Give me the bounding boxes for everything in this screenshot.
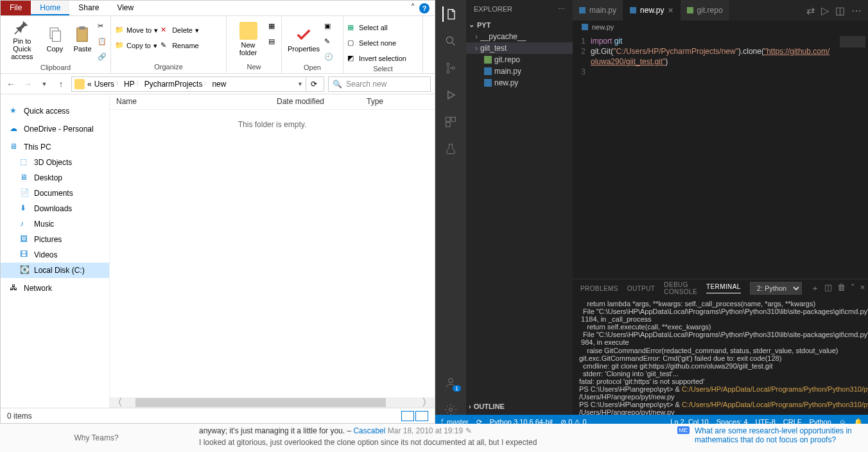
delete-button[interactable]: ✕Delete ▾ xyxy=(161,24,199,37)
terminal-shell-select[interactable]: 2: Python xyxy=(750,282,802,295)
teams-widget[interactable]: Why Teams? xyxy=(0,424,193,452)
new-folder-button[interactable]: New folder xyxy=(230,17,266,61)
run-icon[interactable]: ▷ xyxy=(821,4,829,17)
outline-section[interactable]: ›OUTLINE xyxy=(466,401,573,412)
explorer-icon[interactable] xyxy=(442,6,458,22)
edit-icon[interactable]: ✎ xyxy=(465,426,472,435)
search-input[interactable]: 🔍 Search new xyxy=(328,76,431,92)
account-icon[interactable]: 1 xyxy=(443,375,458,390)
crumb-pycharm[interactable]: PycharmProjects xyxy=(144,80,203,89)
invert-selection-button[interactable]: ◩Invert selection xyxy=(347,52,406,65)
properties-button[interactable]: Properties xyxy=(286,17,322,61)
tree-pycache[interactable]: ›__pycache__ xyxy=(466,31,573,42)
split-editor-icon[interactable]: ◫ xyxy=(835,4,845,17)
nav-local-disk-c[interactable]: 💽Local Disk (C:) xyxy=(1,263,109,278)
nav-pictures[interactable]: 🖼Pictures xyxy=(1,232,109,247)
edit-button[interactable]: ✎ xyxy=(324,35,333,48)
crumb-new[interactable]: new xyxy=(212,80,226,89)
related-question[interactable]: ME What are some research-level opportun… xyxy=(671,424,869,452)
copy-path-button[interactable]: 📋 xyxy=(98,35,107,48)
select-none-button[interactable]: ▢Select none xyxy=(347,37,406,49)
nav-quick-access[interactable]: ★Quick access xyxy=(1,103,109,119)
tab-share[interactable]: Share xyxy=(69,1,108,15)
split-terminal-icon[interactable]: ◫ xyxy=(824,282,832,294)
view-details-icon[interactable] xyxy=(401,411,414,421)
new-item-button[interactable]: ▦ xyxy=(268,20,277,33)
maximize-panel-icon[interactable]: ˄ xyxy=(851,282,855,294)
up-button[interactable]: ↑ xyxy=(55,78,67,91)
more-actions-icon[interactable]: ⋯ xyxy=(851,4,862,17)
file-icon xyxy=(484,56,492,64)
terminal-output[interactable]: return lambda *args, **kwargs: self._cal… xyxy=(573,297,868,424)
paste-button[interactable]: Paste xyxy=(70,17,95,61)
panel-terminal[interactable]: TERMINAL xyxy=(706,283,741,293)
new-terminal-icon[interactable]: ＋ xyxy=(811,282,819,294)
nav-videos[interactable]: 🎞Videos xyxy=(1,247,109,263)
code-editor[interactable]: 123 import git git.Git("C:/Users/HP/Pych… xyxy=(573,33,868,279)
easy-access-button[interactable]: ▤ xyxy=(268,35,277,48)
breadcrumb-dropdown[interactable]: ▼ xyxy=(297,81,303,87)
col-type[interactable]: Type xyxy=(360,94,390,109)
history-button[interactable]: 🕘 xyxy=(324,51,333,64)
kill-terminal-icon[interactable]: 🗑 xyxy=(837,282,846,294)
nav-onedrive[interactable]: ☁OneDrive - Personal xyxy=(1,121,109,137)
nav-downloads[interactable]: ⬇Downloads xyxy=(1,201,109,216)
cut-button[interactable]: ✂ xyxy=(98,20,107,33)
crumb-users[interactable]: Users xyxy=(94,80,114,89)
view-large-icon[interactable] xyxy=(415,411,428,421)
nav-documents[interactable]: 📄Documents xyxy=(1,186,109,201)
folder-root[interactable]: ⌄PYT xyxy=(466,19,573,31)
tree-giit-test[interactable]: ›giit_test xyxy=(466,42,573,54)
nav-network[interactable]: 🖧Network xyxy=(1,281,109,296)
crumb-hp[interactable]: HP xyxy=(124,80,135,89)
source-control-icon[interactable] xyxy=(443,60,458,76)
debug-icon[interactable] xyxy=(443,87,458,103)
close-panel-icon[interactable]: × xyxy=(860,282,865,294)
nav-this-pc[interactable]: 🖥This PC xyxy=(1,139,109,155)
col-name[interactable]: Name xyxy=(110,94,270,109)
chevron-right-icon: › xyxy=(469,403,471,410)
col-date[interactable]: Date modified xyxy=(270,94,360,109)
pin-quick-access-button[interactable]: Pin to Quick access xyxy=(4,17,40,61)
rename-button[interactable]: ✎Rename xyxy=(161,39,199,52)
extensions-icon[interactable] xyxy=(443,114,458,130)
copy-button[interactable]: Copy xyxy=(42,17,67,61)
paste-shortcut-button[interactable]: 🔗 xyxy=(98,51,107,64)
testing-icon[interactable] xyxy=(443,141,458,157)
open-button[interactable]: ▣ xyxy=(324,20,333,33)
ribbon-collapse-icon[interactable]: ˄ xyxy=(410,2,415,14)
tab-git-repo[interactable]: git.repo xyxy=(681,0,730,21)
nav-3d-objects[interactable]: ⬚3D Objects xyxy=(1,155,109,170)
panel-debug[interactable]: DEBUG CONSOLE xyxy=(664,281,697,295)
python-icon xyxy=(484,67,492,75)
recent-dropdown[interactable]: ▼ xyxy=(38,78,51,91)
move-to-button[interactable]: 📁Move to ▾ xyxy=(115,24,158,37)
copy-to-button[interactable]: 📁Copy to ▾ xyxy=(115,39,158,52)
horizontal-scrollbar[interactable]: 〈〉 xyxy=(110,397,435,408)
breadcrumb-box[interactable]: « Users〉 HP〉 PycharmProjects〉 new ▼ ⟳ xyxy=(71,76,324,92)
forward-button[interactable]: → xyxy=(21,78,34,91)
tab-new-py[interactable]: new.py× xyxy=(623,0,681,21)
tab-main-py[interactable]: main.py xyxy=(573,0,623,21)
refresh-button[interactable]: ⟳ xyxy=(306,76,321,92)
tab-home[interactable]: Home xyxy=(31,1,69,15)
nav-music[interactable]: ♪Music xyxy=(1,216,109,232)
back-button[interactable]: ← xyxy=(4,78,17,91)
tab-view[interactable]: View xyxy=(108,1,143,15)
panel-problems[interactable]: PROBLEMS xyxy=(580,285,618,292)
panel-output[interactable]: OUTPUT xyxy=(627,285,655,292)
sidebar-more-icon[interactable]: ⋯ xyxy=(558,5,565,13)
so-user-link[interactable]: Cascabel xyxy=(353,426,385,435)
tree-git-repo[interactable]: git.repo xyxy=(466,54,573,65)
search-icon[interactable] xyxy=(443,33,458,49)
tree-new-py[interactable]: new.py xyxy=(466,77,573,89)
close-tab-icon[interactable]: × xyxy=(668,5,673,15)
tab-file[interactable]: File xyxy=(1,1,31,15)
nav-desktop[interactable]: 🖥Desktop xyxy=(1,170,109,186)
compare-icon[interactable]: ⇄ xyxy=(806,4,815,17)
crumb-overflow[interactable]: « xyxy=(87,80,92,89)
tree-main-py[interactable]: main.py xyxy=(466,65,573,77)
minimap[interactable] xyxy=(840,36,865,48)
help-icon[interactable]: ? xyxy=(419,3,430,13)
select-all-button[interactable]: ▦Select all xyxy=(347,21,406,34)
